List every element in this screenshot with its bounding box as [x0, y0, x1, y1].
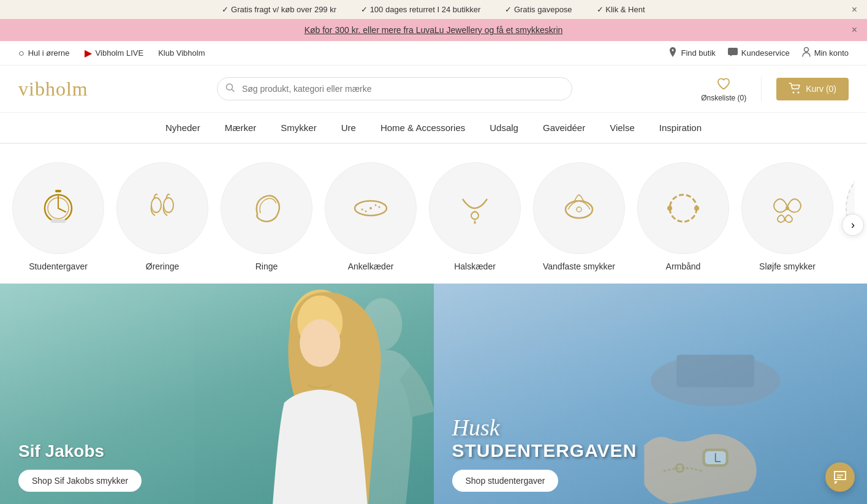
svg-point-2 [793, 91, 795, 93]
svg-point-3 [798, 91, 800, 93]
categories-scroll: Studentergaver Øreringe [12, 162, 855, 271]
play-icon: ▶ [85, 47, 92, 59]
cart-button[interactable]: Kurv (0) [776, 78, 849, 100]
chat-bubble-icon [833, 470, 847, 484]
nav-item-klub-vibholm[interactable]: Klub Vibholm [158, 48, 205, 58]
svg-point-23 [694, 206, 699, 211]
top-bar-close-button[interactable]: × [852, 4, 857, 15]
nav-home-accessories[interactable]: Home & Accessories [368, 113, 477, 144]
header: vibholm Ønskeliste (0) Kurv (0) [0, 66, 867, 113]
svg-point-22 [667, 206, 672, 211]
nav-vielse[interactable]: Vielse [597, 113, 647, 144]
svg-point-0 [804, 48, 808, 52]
category-label-ringe: Ringe [256, 261, 278, 271]
nav-item-kundeservice[interactable]: Kundeservice [728, 48, 790, 58]
nav-item-hul-i-orerne[interactable]: ○ Hul i ørerne [18, 48, 70, 59]
wishlist-label: Ønskeliste (0) [701, 94, 746, 102]
banner-sif-jakobs[interactable]: Sif Jakobs Shop Sif Jakobs smykker [0, 284, 434, 504]
svg-rect-8 [55, 190, 61, 192]
svg-line-7 [58, 208, 66, 212]
nav-inspiration[interactable]: Inspiration [647, 113, 714, 144]
user-icon [802, 47, 811, 59]
cart-label: Kurv (0) [806, 84, 836, 94]
top-bar-item-shipping: ✓ Gratis fragt v/ køb over 299 kr [222, 5, 336, 14]
header-actions: Ønskeliste (0) Kurv (0) [701, 75, 849, 102]
top-bar-item-returns: ✓ 100 dages returret I 24 butikker [361, 5, 480, 14]
nav-nyheder[interactable]: Nyheder [153, 113, 213, 144]
categories-section: Studentergaver Øreringe [0, 144, 867, 284]
svg-point-15 [362, 209, 363, 211]
nav-ure[interactable]: Ure [329, 113, 368, 144]
categories-next-button[interactable]: › [842, 214, 864, 236]
svg-point-29 [300, 319, 341, 367]
promo-banner-close-button[interactable]: × [852, 24, 857, 36]
secondary-nav: ○ Hul i ørerne ▶ Vibholm LIVE Klub Vibho… [0, 41, 867, 66]
main-nav: Nyheder Mærker Smykker Ure Home & Access… [0, 113, 867, 144]
nav-item-vibholm-live[interactable]: ▶ Vibholm LIVE [85, 47, 144, 59]
search-bar-container [217, 77, 572, 100]
chevron-right-icon: › [851, 219, 855, 231]
top-bar-item-clickcollect: ✓ Klik & Hent [597, 5, 645, 14]
banner-studentergaven-text: STUDENTERGAVEN [452, 442, 637, 460]
category-circle-vie: ··· [846, 162, 855, 254]
secondary-nav-right: Find butik Kundeservice Min konto [668, 47, 849, 59]
category-circle-slojfe [741, 162, 833, 254]
category-armbaand[interactable]: Armbånd [637, 162, 729, 271]
category-studentergaver[interactable]: Studentergaver [12, 162, 104, 271]
category-vandfaste[interactable]: Vandfaste smykker [533, 162, 625, 271]
category-halskjaeder[interactable]: Halskæder [429, 162, 521, 271]
cart-icon [789, 83, 801, 96]
svg-point-24 [786, 206, 789, 210]
banner-sif-jakobs-button[interactable]: Shop Sif Jakobs smykker [18, 470, 142, 492]
category-circle-armbaand [637, 162, 729, 254]
category-label-armbaand: Armbånd [666, 261, 701, 271]
nav-item-min-konto[interactable]: Min konto [802, 47, 849, 59]
top-bar-shipping-text: ✓ Gratis fragt v/ køb over 299 kr [222, 5, 336, 14]
chat-button[interactable] [825, 462, 855, 492]
nav-gaveideer[interactable]: Gaveidéer [531, 113, 597, 144]
banner-sif-jakobs-title: Sif Jakobs [18, 442, 142, 461]
nav-item-find-butik[interactable]: Find butik [668, 47, 715, 59]
nav-maerker[interactable]: Mærker [213, 113, 269, 144]
svg-point-17 [365, 211, 367, 213]
banners-section: Sif Jakobs Shop Sif Jakobs smykker Husk … [0, 284, 867, 504]
heart-icon [715, 75, 732, 92]
top-bar-returns-text: ✓ 100 dages returret I 24 butikker [361, 5, 480, 14]
banner-husk-text: Husk [452, 416, 637, 439]
category-label-slojfe: Sløjfe smykker [759, 261, 816, 271]
category-label-oereringe: Øreringe [146, 261, 179, 271]
secondary-nav-left: ○ Hul i ørerne ▶ Vibholm LIVE Klub Vibho… [18, 47, 205, 59]
category-ankelkaeder[interactable]: Ankelkæder [325, 162, 417, 271]
nav-smykker[interactable]: Smykker [268, 113, 328, 144]
banner-studentergaven[interactable]: Husk STUDENTERGAVEN Shop studentergaver [434, 284, 868, 504]
category-oereringe[interactable]: Øreringe [116, 162, 208, 271]
svg-point-25 [784, 219, 786, 221]
nav-udsalg[interactable]: Udsalg [477, 113, 531, 144]
category-circle-oereringe [116, 162, 208, 254]
category-ringe[interactable]: Ringe [221, 162, 312, 271]
logo[interactable]: vibholm [18, 78, 88, 100]
svg-point-16 [375, 205, 377, 206]
svg-point-14 [379, 206, 380, 208]
wishlist-button[interactable]: Ønskeliste (0) [701, 75, 746, 102]
top-bar: ✓ Gratis fragt v/ køb over 299 kr ✓ 100 … [0, 0, 867, 19]
location-icon [668, 47, 677, 59]
category-circle-ankelkaeder [325, 162, 417, 254]
category-label-studentergaver: Studentergaver [29, 261, 88, 271]
search-icon [225, 83, 235, 95]
top-bar-giftwrap-text: ✓ Gratis gavepose [505, 5, 572, 14]
banner-left-content: Sif Jakobs Shop Sif Jakobs smykker [18, 442, 142, 492]
woman-photo-area [195, 284, 433, 504]
category-slojfe[interactable]: Sløjfe smykker [741, 162, 833, 271]
banner-studentergaver-button[interactable]: Shop studentergaver [452, 470, 559, 492]
category-label-vandfaste: Vandfaste smykker [543, 261, 615, 271]
category-circle-vandfaste [533, 162, 625, 254]
ear-icon: ○ [18, 48, 25, 59]
svg-point-21 [670, 195, 697, 222]
promo-banner-link[interactable]: Køb for 300 kr. eller mere fra LuvaLu Je… [305, 25, 563, 35]
search-input[interactable] [217, 77, 572, 100]
svg-point-20 [577, 207, 581, 212]
promo-banner: Køb for 300 kr. eller mere fra LuvaLu Je… [0, 19, 867, 41]
category-circle-studentergaver [12, 162, 104, 254]
category-label-ankelkaeder: Ankelkæder [348, 261, 394, 271]
